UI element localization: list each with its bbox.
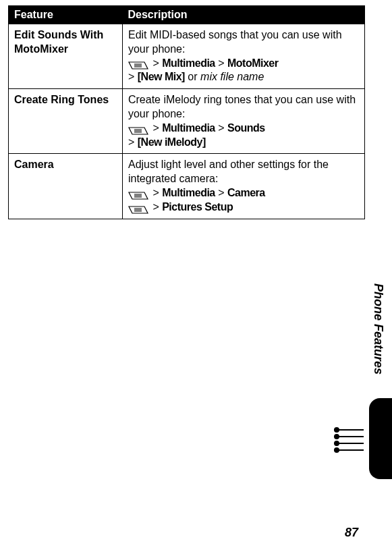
feature-description: Adjust light level and other settings fo… [122,154,364,219]
menu-key-icon [128,190,148,198]
section-label: Phone Features [371,283,385,375]
path-segment: Multimedia [162,122,215,134]
feature-description: Create iMelody ring tones that you can u… [122,89,364,154]
desc-text: Edit MIDI-based songs that you can use w… [128,29,342,55]
features-table: Feature Description Edit Sounds With Mot… [8,5,365,219]
page-content: Feature Description Edit Sounds With Mot… [0,0,392,246]
feature-description: Edit MIDI-based songs that you can use w… [122,24,364,89]
feature-name: Create Ring Tones [9,89,123,154]
path-segment: Sounds [227,122,265,134]
menu-key-icon [128,204,148,212]
path-segment: Pictures Setup [162,201,233,213]
feature-name: Edit Sounds With MotoMixer [9,24,123,89]
path-segment: Multimedia [162,57,215,69]
list-icon [334,424,364,453]
menu-key-icon [128,125,148,133]
table-row: Camera Adjust light level and other sett… [9,154,365,219]
desc-text: Adjust light level and other settings fo… [128,159,329,184]
table-row: Edit Sounds With MotoMixer Edit MIDI-bas… [9,24,365,89]
path-italic: mix file name [200,71,264,82]
page-number: 87 [345,526,358,540]
path-segment: [New iMelody] [138,136,206,148]
table-row: Create Ring Tones Create iMelody ring to… [9,89,365,154]
page-tab [369,398,392,479]
path-segment: MotoMixer [227,57,279,69]
header-feature: Feature [9,6,123,24]
path-segment: Camera [227,187,265,198]
desc-text: Create iMelody ring tones that you can u… [128,94,356,119]
path-segment: [New Mix] [138,71,185,82]
header-description: Description [122,6,364,24]
path-segment: Multimedia [162,187,215,198]
menu-key-icon [128,59,148,67]
feature-name: Camera [9,154,123,219]
path-or: or [185,71,200,82]
